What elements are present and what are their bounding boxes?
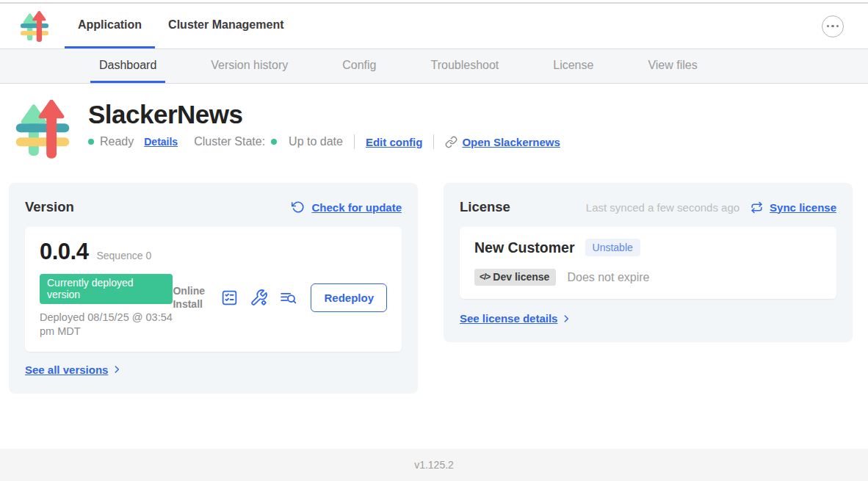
open-app-link[interactable]: Open Slackernews <box>462 136 560 148</box>
cluster-state-dot <box>271 139 277 145</box>
expiry-text: Does not expire <box>567 271 649 284</box>
license-type-badge: </> Dev license <box>474 269 556 286</box>
channel-badge: Unstable <box>585 239 640 256</box>
app-logo-large-icon <box>15 100 70 159</box>
license-type-label: Dev license <box>493 271 549 283</box>
status-details-link[interactable]: Details <box>144 136 178 148</box>
app-status-text: Ready <box>100 135 134 148</box>
redeploy-button[interactable]: Redeploy <box>311 283 387 312</box>
license-panel: New Customer Unstable </> Dev license Do… <box>460 227 836 299</box>
sync-icon <box>751 201 763 214</box>
subnav-troubleshoot[interactable]: Troubleshoot <box>422 49 507 83</box>
tab-cluster-management[interactable]: Cluster Management <box>155 4 297 48</box>
config-icon[interactable] <box>250 289 268 307</box>
divider <box>433 134 434 149</box>
version-number: 0.0.4 <box>40 239 88 265</box>
app-header: SlackerNews Ready Details Cluster State:… <box>0 84 868 159</box>
see-all-versions-link[interactable]: See all versions <box>25 364 108 376</box>
app-status-dot <box>88 139 94 145</box>
subnav-view-files[interactable]: View files <box>639 49 706 83</box>
subnav-view-files-label: View files <box>648 59 697 72</box>
last-synced-text: Last synced a few seconds ago <box>586 201 739 214</box>
footer: v1.125.2 <box>0 449 868 481</box>
subnav-troubleshoot-label: Troubleshoot <box>430 59 499 72</box>
app-subnav: Dashboard Version history Config Trouble… <box>0 49 868 84</box>
deploy-logs-icon[interactable] <box>279 289 297 307</box>
subnav-config-label: Config <box>342 59 376 72</box>
divider <box>354 134 355 149</box>
refresh-icon <box>292 200 305 214</box>
preflight-checks-icon[interactable] <box>220 289 239 307</box>
tab-application[interactable]: Application <box>65 4 155 48</box>
license-card: License Last synced a few seconds ago Sy… <box>444 183 853 342</box>
subnav-version-history-label: Version history <box>211 59 288 72</box>
console-version: v1.125.2 <box>414 459 454 471</box>
deployed-badge: Currently deployed version <box>40 274 173 304</box>
top-navbar: Application Cluster Management <box>0 4 868 49</box>
sequence-label: Sequence 0 <box>96 250 151 261</box>
see-license-details-link[interactable]: See license details <box>460 312 557 325</box>
customer-name: New Customer <box>474 239 575 256</box>
cluster-state-value: Up to date <box>289 135 343 148</box>
tab-cluster-management-label: Cluster Management <box>168 18 283 32</box>
license-card-title: License <box>460 199 510 215</box>
link-icon <box>445 136 457 148</box>
subnav-config[interactable]: Config <box>333 49 385 83</box>
subnav-version-history[interactable]: Version history <box>202 49 297 83</box>
check-for-update-link[interactable]: Check for update <box>311 201 402 214</box>
current-version-panel: 0.0.4 Sequence 0 Currently deployed vers… <box>25 227 402 352</box>
chevron-right-icon <box>561 314 571 324</box>
cluster-state-label: Cluster State: <box>194 135 265 148</box>
sync-license-link[interactable]: Sync license <box>770 201 836 214</box>
subnav-dashboard[interactable]: Dashboard <box>90 49 165 83</box>
subnav-license-label: License <box>553 59 593 72</box>
subnav-dashboard-label: Dashboard <box>99 59 156 72</box>
install-type-label: Online Install <box>173 285 209 311</box>
tab-application-label: Application <box>78 18 142 32</box>
version-card-title: Version <box>25 199 74 215</box>
edit-config-link[interactable]: Edit config <box>366 136 423 148</box>
deployed-timestamp: Deployed 08/15/25 @ 03:54 pm MDT <box>40 311 173 339</box>
code-icon: </> <box>480 272 490 282</box>
overflow-menu-icon[interactable] <box>822 15 844 37</box>
subnav-license[interactable]: License <box>544 49 602 83</box>
page-title: SlackerNews <box>88 98 560 131</box>
app-logo-icon[interactable] <box>20 4 49 48</box>
version-card: Version Check for update 0.0.4 Sequence … <box>9 183 418 394</box>
chevron-right-icon <box>112 364 122 375</box>
